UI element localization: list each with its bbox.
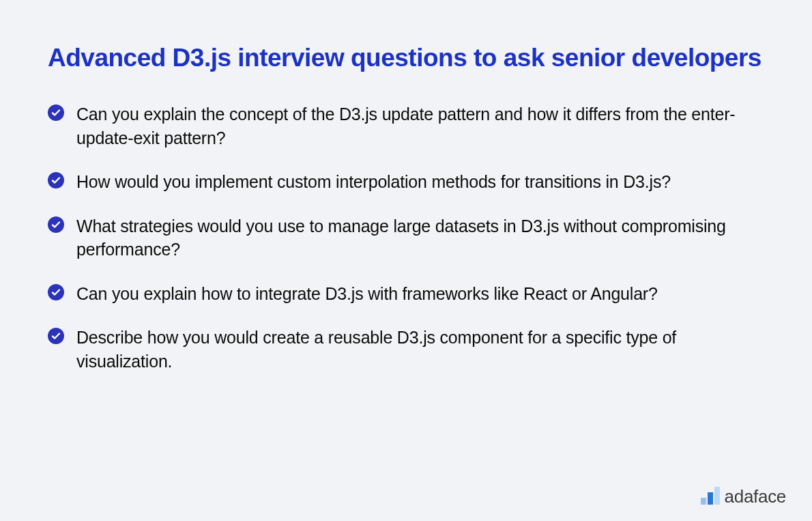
list-item: Can you explain how to integrate D3.js w… bbox=[48, 282, 764, 306]
question-text: Can you explain the concept of the D3.js… bbox=[76, 102, 764, 150]
question-text: Describe how you would create a reusable… bbox=[76, 326, 764, 373]
brand-name: adaface bbox=[725, 488, 786, 505]
check-circle-icon bbox=[48, 284, 64, 300]
check-circle-icon bbox=[48, 328, 64, 344]
logo-bars-icon bbox=[701, 487, 720, 505]
check-circle-icon bbox=[48, 172, 64, 188]
check-circle-icon bbox=[48, 216, 64, 233]
list-item: Describe how you would create a reusable… bbox=[48, 326, 764, 373]
question-text: What strategies would you use to manage … bbox=[76, 214, 764, 262]
list-item: Can you explain the concept of the D3.js… bbox=[48, 102, 764, 150]
list-item: How would you implement custom interpola… bbox=[48, 170, 764, 194]
question-text: Can you explain how to integrate D3.js w… bbox=[76, 282, 658, 306]
question-text: How would you implement custom interpola… bbox=[76, 170, 671, 194]
brand-logo: adaface bbox=[701, 487, 786, 505]
question-list: Can you explain the concept of the D3.js… bbox=[48, 102, 764, 373]
list-item: What strategies would you use to manage … bbox=[48, 214, 764, 262]
check-circle-icon bbox=[48, 104, 64, 121]
page-title: Advanced D3.js interview questions to as… bbox=[48, 42, 764, 74]
